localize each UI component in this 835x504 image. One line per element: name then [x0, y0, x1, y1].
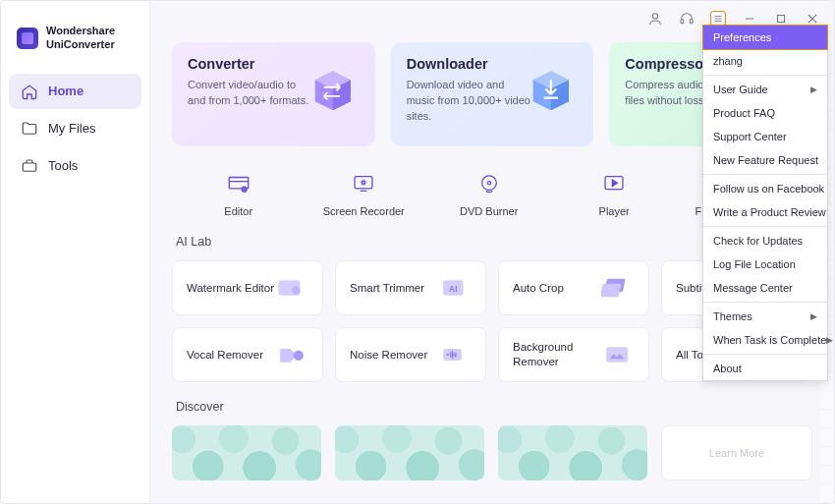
svg-point-1: [652, 14, 657, 19]
discover-section: Discover Learn More: [172, 400, 812, 480]
converter-icon: [303, 66, 360, 123]
discover-card[interactable]: [172, 425, 321, 480]
nav-label: Home: [48, 84, 84, 98]
menu-item[interactable]: Check for Updates: [703, 229, 827, 252]
svg-point-25: [292, 286, 301, 295]
sidebar: Wondershare UniConverter Home My Files: [1, 1, 150, 503]
brand-logo-icon: [17, 28, 38, 49]
primary-nav: Home My Files Tools: [1, 74, 149, 184]
menu-item-label: Themes: [713, 310, 752, 322]
menu-item[interactable]: zhang: [703, 49, 827, 73]
ai-label: Vocal Remover: [187, 348, 263, 363]
promo-desc: Convert video/audio to and from 1,000+ f…: [188, 78, 315, 109]
discover-more-label: Learn More: [709, 447, 764, 459]
toolbox-icon: [21, 157, 38, 175]
ai-vocal-remover[interactable]: Vocal Remover: [172, 327, 323, 382]
menu-item[interactable]: Message Center: [703, 276, 827, 300]
brand-text: Wondershare UniConverter: [46, 25, 115, 52]
menu-item-label: About: [713, 363, 742, 374]
menu-item[interactable]: Write a Product Review: [703, 200, 827, 224]
tool-label: Editor: [224, 205, 252, 217]
menu-item-label: Write a Product Review: [713, 206, 826, 218]
menu-item[interactable]: Preferences: [702, 25, 828, 50]
brand: Wondershare UniConverter: [1, 25, 149, 74]
menu-item[interactable]: Log File Location: [703, 252, 827, 276]
folder-icon: [21, 120, 38, 138]
noise-icon: [438, 342, 472, 367]
ai-label: Background Remover: [513, 340, 601, 369]
menu-item-label: Product FAQ: [713, 107, 775, 119]
menu-item[interactable]: Themes▶: [703, 305, 827, 328]
app-window: Wondershare UniConverter Home My Files: [0, 0, 835, 504]
crop-icon: [601, 275, 635, 301]
svg-point-32: [294, 351, 304, 361]
ai-smart-trimmer[interactable]: Smart Trimmer AI: [335, 260, 486, 315]
bg-remove-icon: [601, 342, 635, 367]
menu-separator: [703, 302, 827, 303]
svg-text:AI: AI: [449, 284, 458, 294]
menu-item[interactable]: New Feature Request: [703, 148, 827, 172]
tool-dvd-burner[interactable]: DVD Burner: [445, 170, 533, 217]
svg-rect-0: [23, 163, 36, 171]
tool-player[interactable]: Player: [570, 170, 658, 217]
ai-background-remover[interactable]: Background Remover: [498, 327, 649, 382]
home-icon: [21, 83, 38, 100]
discover-thumb-icon: [498, 425, 647, 480]
ai-watermark-editor[interactable]: Watermark Editor: [172, 260, 323, 315]
discover-thumb-icon: [172, 425, 321, 480]
dvd-icon: [475, 170, 503, 197]
menu-item[interactable]: Product FAQ: [703, 101, 827, 125]
menu-item-label: Follow us on Facebook: [713, 183, 824, 195]
menu-separator: [703, 354, 827, 355]
account-icon[interactable]: [647, 11, 663, 27]
watermark-icon: [275, 275, 308, 301]
chevron-right-icon: ▶: [810, 311, 817, 321]
menu-item-label: zhang: [713, 55, 743, 67]
section-title-discover: Discover: [176, 400, 812, 414]
ai-label: Watermark Editor: [187, 281, 274, 296]
menu-item[interactable]: About: [703, 357, 827, 380]
nav-item-tools[interactable]: Tools: [9, 148, 141, 184]
svg-point-20: [487, 182, 490, 185]
player-icon: [600, 170, 628, 197]
menu-separator: [703, 75, 827, 76]
promo-downloader[interactable]: Downloader Download video and music from…: [391, 42, 594, 146]
svg-rect-34: [606, 347, 628, 362]
nav-label: Tools: [48, 158, 78, 173]
menu-separator: [703, 226, 827, 227]
recorder-icon: [350, 170, 377, 197]
headset-icon[interactable]: [679, 11, 695, 27]
brand-line2: UniConverter: [46, 38, 115, 52]
vocal-icon: [275, 342, 308, 367]
ai-auto-crop[interactable]: Auto Crop: [498, 260, 649, 315]
menu-item-label: Support Center: [713, 131, 787, 142]
tool-label: DVD Burner: [460, 205, 518, 217]
ai-label: Auto Crop: [513, 281, 564, 296]
menu-item[interactable]: Follow us on Facebook: [703, 177, 827, 200]
svg-rect-29: [601, 284, 621, 298]
ai-noise-remover[interactable]: Noise Remover: [335, 327, 486, 382]
ai-label: Noise Remover: [350, 348, 427, 363]
tool-editor[interactable]: Editor: [195, 170, 283, 217]
tool-screen-recorder[interactable]: Screen Recorder: [319, 170, 408, 217]
brand-line1: Wondershare: [46, 25, 115, 38]
menu-item-label: Check for Updates: [713, 235, 803, 247]
discover-learn-more[interactable]: Learn More: [661, 425, 812, 480]
promo-desc: Download video and music from 10,000+ vi…: [407, 78, 534, 125]
promo-converter[interactable]: Converter Convert video/audio to and fro…: [172, 42, 375, 146]
svg-point-19: [481, 176, 496, 191]
menu-item-label: User Guide: [713, 84, 768, 95]
discover-row: Learn More: [172, 425, 812, 480]
menu-item[interactable]: User Guide▶: [703, 78, 827, 101]
ai-label: Smart Trimmer: [350, 281, 424, 296]
menu-item[interactable]: When Task is Complete▶: [703, 328, 827, 352]
main-panel: Converter Convert video/audio to and fro…: [150, 1, 834, 503]
menu-separator: [703, 174, 827, 175]
nav-item-home[interactable]: Home: [9, 74, 141, 109]
discover-card[interactable]: [498, 425, 647, 480]
discover-card[interactable]: [335, 425, 484, 480]
svg-rect-2: [681, 20, 684, 24]
nav-item-myfiles[interactable]: My Files: [9, 111, 141, 146]
menu-item-label: Log File Location: [713, 258, 796, 270]
menu-item[interactable]: Support Center: [703, 125, 827, 148]
